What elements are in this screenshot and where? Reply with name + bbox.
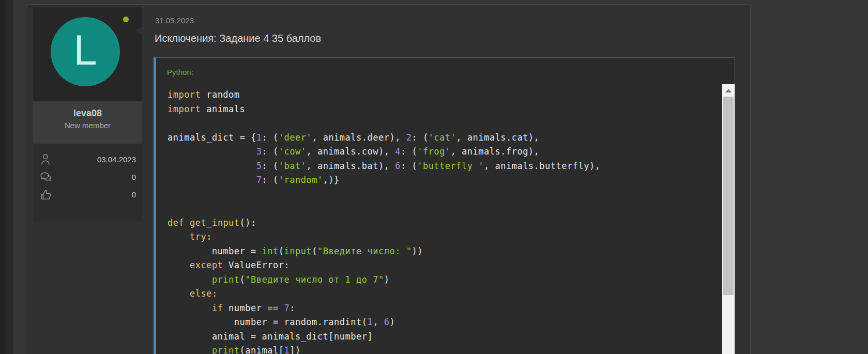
stat-row-joined: 03.04.2023 — [33, 150, 142, 168]
code-content[interactable]: import randomimport animalsanimals_dict … — [156, 84, 722, 354]
user-icon — [40, 153, 51, 165]
avatar-cell-notch — [135, 26, 142, 35]
avatar-cell: L — [33, 7, 142, 101]
like-count: 0 — [132, 190, 136, 199]
avatar-letter: L — [73, 29, 97, 71]
scroll-up-arrow-icon — [725, 89, 732, 93]
avatar[interactable]: L — [51, 17, 120, 86]
page-left-edge-inner — [6, 0, 14, 354]
user-info: leva08 New member — [33, 101, 142, 144]
online-indicator-icon — [123, 17, 129, 22]
message-count: 0 — [132, 173, 136, 181]
post-date[interactable]: 31.05.2023 — [155, 16, 194, 25]
user-stats: 03.04.2023 0 0 — [33, 144, 142, 222]
message-card: L leva08 New member 03.04.2023 — [26, 4, 751, 354]
thumbs-up-icon — [40, 189, 52, 201]
page-left-edge-outer — [0, 0, 6, 354]
messages-icon — [40, 171, 52, 183]
scrollbar-thumb[interactable] — [723, 97, 734, 295]
username-link[interactable]: leva08 — [33, 108, 142, 119]
code-scrollbar[interactable] — [722, 84, 735, 354]
scroll-up-button[interactable] — [722, 84, 735, 97]
join-date: 03.04.2023 — [97, 155, 136, 164]
stat-row-messages: 0 — [33, 168, 142, 186]
code-language-label: Python: — [167, 68, 193, 76]
code-block: Python: import randomimport animalsanima… — [154, 57, 735, 354]
user-title: New member — [33, 121, 142, 130]
post-title: Исключения: Задание 4 35 баллов — [155, 33, 321, 44]
code-lines: import randomimport animalsanimals_dict … — [156, 84, 722, 354]
stat-row-likes: 0 — [33, 186, 142, 203]
